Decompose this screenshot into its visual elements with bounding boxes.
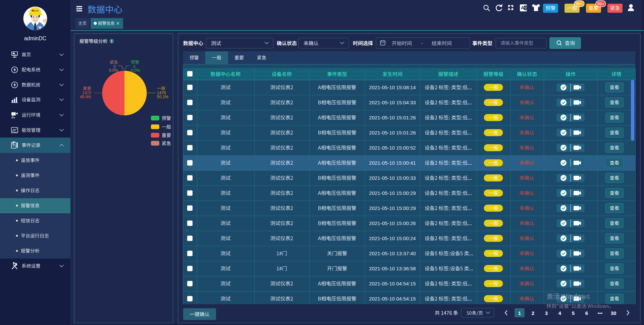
- svg-text:2021-05-10 15:00:24: 2021-05-10 15:00:24: [369, 235, 416, 241]
- svg-text:6: 6: [585, 310, 588, 316]
- svg-text:3: 3: [545, 310, 548, 316]
- svg-text:2021-05-10 15:00:33: 2021-05-10 15:00:33: [369, 175, 416, 181]
- svg-text:Acrel: Acrel: [33, 10, 38, 12]
- svg-text:49.9%: 49.9%: [80, 95, 91, 99]
- svg-text:1: 1: [518, 310, 521, 316]
- svg-text:99+: 99+: [597, 2, 604, 6]
- svg-text:adminDC: adminDC: [24, 36, 47, 41]
- svg-text:0.0%: 0.0%: [109, 68, 118, 73]
- svg-text:2021-05-10 15:04:33: 2021-05-10 15:04:33: [369, 100, 416, 105]
- svg-text:30: 30: [611, 310, 616, 316]
- svg-text:2021-05-10 13:36:58: 2021-05-10 13:36:58: [369, 266, 416, 271]
- svg-text:2021-05-10 13:37:40: 2021-05-10 13:37:40: [369, 251, 416, 256]
- svg-text:2021-05-10 15:01:26: 2021-05-10 15:01:26: [369, 130, 416, 136]
- svg-text:50.1%: 50.1%: [157, 95, 168, 99]
- svg-text:2021-05-10 15:00:52: 2021-05-10 15:00:52: [369, 145, 416, 151]
- svg-text:2021-05-10 04:54:15: 2021-05-10 04:54:15: [369, 296, 416, 302]
- svg-text:-: -: [421, 40, 423, 46]
- svg-text:0.0%: 0.0%: [131, 68, 140, 73]
- svg-text:4: 4: [558, 310, 561, 316]
- svg-text:2021-05-10 15:00:41: 2021-05-10 15:00:41: [369, 160, 416, 166]
- svg-text:2021-05-10 15:00:29: 2021-05-10 15:00:29: [369, 205, 416, 211]
- svg-text:2: 2: [532, 310, 534, 316]
- svg-text:2021-05-10 15:00:26: 2021-05-10 15:00:26: [369, 220, 416, 226]
- svg-text:A: A: [521, 5, 524, 10]
- svg-text:2021-05-10 15:00:29: 2021-05-10 15:00:29: [369, 190, 416, 196]
- svg-text:2021-05-10 04:54:15: 2021-05-10 04:54:15: [369, 281, 416, 286]
- svg-text:2021-05-10 15:08:14: 2021-05-10 15:08:14: [369, 85, 416, 90]
- svg-text:5: 5: [572, 310, 575, 316]
- svg-text:99+: 99+: [576, 2, 583, 6]
- svg-text:2021-05-10 15:01:26: 2021-05-10 15:01:26: [369, 115, 416, 120]
